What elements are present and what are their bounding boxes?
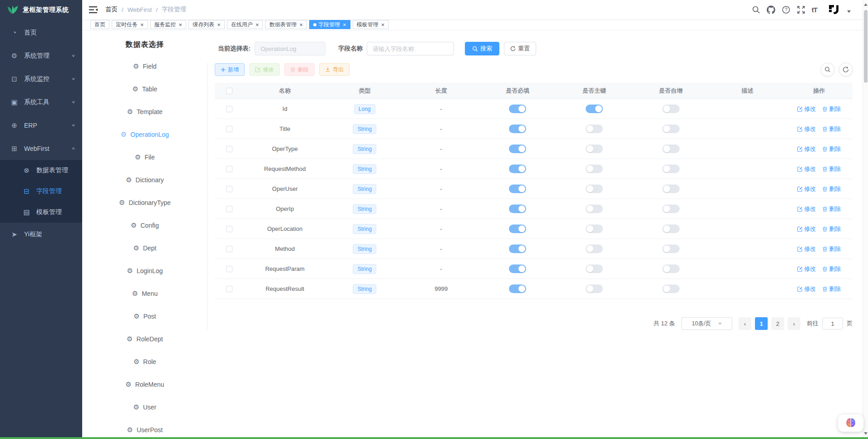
auto-increment-toggle[interactable]	[662, 145, 680, 153]
sidebar-item[interactable]: ⊕ ERP ∨	[0, 114, 82, 137]
select-all-checkbox[interactable]	[226, 88, 232, 94]
search-icon[interactable]	[752, 5, 760, 14]
primary-key-toggle[interactable]	[586, 284, 603, 293]
sidebar-item[interactable]: ⊡ 系统监控 ∨	[0, 67, 82, 90]
github-icon[interactable]	[767, 5, 775, 14]
row-edit-link[interactable]: 修改	[797, 205, 816, 213]
row-checkbox[interactable]	[226, 286, 232, 292]
tree-item[interactable]: ⚙ Template	[82, 100, 207, 123]
goto-page-input[interactable]	[822, 318, 843, 329]
font-size-icon[interactable]: tT	[812, 6, 817, 14]
close-icon[interactable]: ×	[140, 22, 144, 28]
tab[interactable]: 首页	[90, 20, 109, 29]
export-button[interactable]: 导出	[319, 63, 350, 76]
row-delete-link[interactable]: 删除	[822, 165, 841, 173]
row-delete-link[interactable]: 删除	[822, 285, 841, 293]
auto-increment-toggle[interactable]	[662, 244, 680, 253]
close-icon[interactable]: ×	[256, 22, 259, 28]
delete-button[interactable]: 删除	[284, 63, 315, 76]
column-header-operations[interactable]: 操作	[785, 87, 853, 95]
search-button[interactable]: 搜索	[465, 42, 499, 55]
required-toggle[interactable]	[509, 244, 526, 253]
required-toggle[interactable]	[509, 185, 526, 193]
tree-item[interactable]: ⚙ Dictionary	[82, 169, 207, 191]
tab[interactable]: 服务监控 ×	[150, 20, 187, 29]
close-icon[interactable]: ×	[343, 22, 346, 28]
tree-item[interactable]: ⚙ User	[82, 396, 207, 419]
row-checkbox[interactable]	[226, 266, 232, 272]
required-toggle[interactable]	[509, 145, 526, 153]
tab[interactable]: 数据表管理 ×	[265, 20, 307, 29]
required-toggle[interactable]	[509, 264, 526, 273]
tree-item[interactable]: ⚙ Role	[82, 350, 207, 373]
auto-increment-toggle[interactable]	[662, 165, 680, 173]
required-toggle[interactable]	[509, 205, 526, 213]
tab[interactable]: 字段管理 ×	[309, 20, 350, 29]
row-checkbox[interactable]	[226, 226, 232, 232]
sidebar-item[interactable]: ⊟ 字段管理	[0, 181, 82, 202]
tree-item[interactable]: ⚙ OperationLog	[82, 123, 207, 146]
tree-item[interactable]: ⚙ Dept	[82, 237, 207, 259]
row-delete-link[interactable]: 删除	[822, 265, 841, 273]
row-edit-link[interactable]: 修改	[797, 125, 816, 133]
tree-item[interactable]: ⚙ Field	[82, 55, 207, 78]
tab[interactable]: 缓存列表 ×	[188, 20, 225, 29]
user-avatar[interactable]	[827, 3, 840, 16]
tree-item[interactable]: ⚙ RoleMenu	[82, 373, 207, 396]
next-page-button[interactable]: ›	[788, 317, 800, 330]
column-header-description[interactable]: 描述	[709, 87, 786, 95]
scroll-up-arrow[interactable]	[864, 3, 868, 6]
row-checkbox[interactable]	[226, 126, 232, 132]
primary-key-toggle[interactable]	[586, 145, 603, 153]
close-icon[interactable]: ×	[179, 22, 182, 28]
prev-page-button[interactable]: ‹	[739, 317, 751, 330]
edit-button[interactable]: 修改	[249, 63, 280, 76]
column-header-name[interactable]: 名称	[243, 87, 326, 95]
required-toggle[interactable]	[509, 224, 526, 233]
tree-item[interactable]: ⚙ Config	[82, 214, 207, 237]
row-checkbox[interactable]	[226, 206, 232, 212]
sidebar-item[interactable]: ◔ 首页	[0, 21, 82, 44]
column-header-type[interactable]: 类型	[326, 87, 403, 95]
table-search-button[interactable]	[821, 63, 834, 76]
required-toggle[interactable]	[509, 125, 526, 133]
tree-item[interactable]: ⚙ Post	[82, 305, 207, 328]
auto-increment-toggle[interactable]	[662, 105, 680, 113]
row-checkbox[interactable]	[226, 246, 232, 252]
scroll-down-arrow[interactable]	[864, 432, 868, 435]
auto-increment-toggle[interactable]	[662, 224, 680, 233]
tab[interactable]: 模板管理 ×	[353, 20, 389, 29]
page-button[interactable]: 2	[771, 317, 784, 330]
breadcrumb-home[interactable]: 首页	[105, 5, 118, 14]
primary-key-toggle[interactable]	[586, 105, 603, 113]
assistant-widget[interactable]	[838, 414, 863, 432]
tree-item[interactable]: ⚙ LoginLog	[82, 259, 207, 282]
primary-key-toggle[interactable]	[586, 125, 603, 133]
primary-key-toggle[interactable]	[586, 244, 603, 253]
sidebar-item[interactable]: ▤ 模板管理	[0, 202, 82, 223]
row-delete-link[interactable]: 删除	[822, 105, 841, 113]
row-delete-link[interactable]: 删除	[822, 245, 841, 253]
sidebar-item[interactable]: ➤ Yi框架	[0, 223, 82, 246]
row-delete-link[interactable]: 删除	[822, 225, 841, 233]
page-size-select[interactable]: 10条/页	[681, 317, 732, 330]
scrollbar-thumb[interactable]	[864, 10, 868, 83]
row-delete-link[interactable]: 删除	[822, 125, 841, 133]
row-edit-link[interactable]: 修改	[797, 105, 816, 113]
column-header-primary[interactable]: 是否主键	[556, 87, 633, 95]
current-table-input[interactable]	[255, 42, 326, 55]
sidebar-item[interactable]: ⚙ 系统管理 ∨	[0, 44, 82, 67]
sidebar-item[interactable]: ▣ 系统工具 ∨	[0, 90, 82, 114]
primary-key-toggle[interactable]	[586, 185, 603, 193]
required-toggle[interactable]	[509, 284, 526, 293]
row-checkbox[interactable]	[226, 146, 232, 152]
primary-key-toggle[interactable]	[586, 165, 603, 173]
column-header-autoincrement[interactable]: 是否自增	[632, 87, 709, 95]
auto-increment-toggle[interactable]	[662, 205, 680, 213]
auto-increment-toggle[interactable]	[662, 185, 680, 193]
row-edit-link[interactable]: 修改	[797, 245, 816, 253]
close-icon[interactable]: ×	[381, 22, 385, 28]
close-icon[interactable]: ×	[299, 22, 303, 28]
tree-item[interactable]: ⚙ DictionaryType	[82, 191, 207, 214]
primary-key-toggle[interactable]	[586, 205, 603, 213]
